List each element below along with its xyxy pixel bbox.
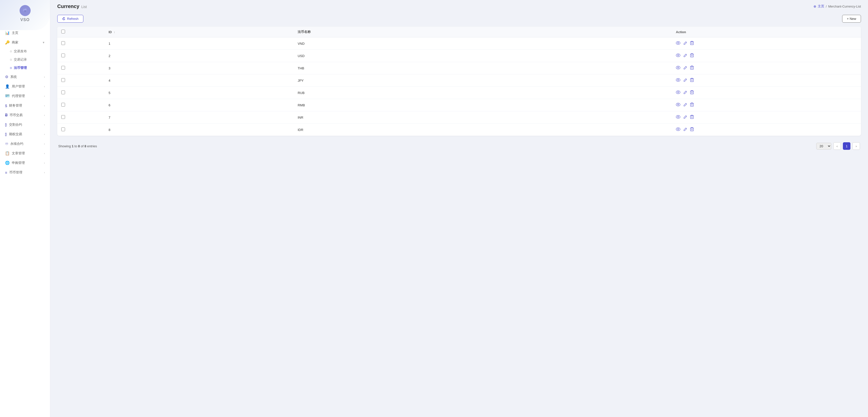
sidebar-item-finance-manage[interactable]: $ 财务管理 ‹ [0, 101, 50, 110]
delete-icon[interactable] [690, 41, 694, 46]
chevron-right-icon: ‹ [44, 142, 45, 145]
agent-icon: 🪪 [5, 94, 10, 98]
row-checkbox[interactable] [61, 127, 65, 131]
row-check-cell [57, 87, 104, 99]
sidebar-item-user-manage[interactable]: 👤 用户管理 ‹ [0, 82, 50, 91]
sidebar-item-currency-manage[interactable]: 法币管理 [0, 64, 50, 72]
edit-icon[interactable] [683, 127, 687, 132]
breadcrumb-home[interactable]: 主页 [818, 4, 824, 8]
action-icons [676, 115, 857, 120]
row-check-cell [57, 111, 104, 124]
sidebar-item-home[interactable]: 📊 主页 [0, 28, 50, 38]
row-checkbox[interactable] [61, 115, 65, 119]
view-icon[interactable] [676, 66, 680, 70]
sidebar-item-coin-trade[interactable]: Ƀ 币币交易 ‹ [0, 110, 50, 120]
action-icons [676, 66, 857, 71]
svg-rect-6 [690, 42, 693, 45]
sidebar-item-subscribe-manage[interactable]: 🌐 申购管理 ‹ [0, 158, 50, 168]
column-action: Action [672, 27, 861, 37]
chevron-right-icon: ‹ [44, 76, 45, 79]
table-row: 5 RUB [57, 87, 861, 99]
row-checkbox[interactable] [61, 41, 65, 45]
table-row: 7 INR [57, 111, 861, 124]
delete-icon[interactable] [690, 115, 694, 120]
delete-icon[interactable] [690, 78, 694, 83]
svg-point-10 [676, 66, 680, 69]
row-checkbox[interactable] [61, 103, 65, 107]
edit-icon[interactable] [683, 78, 687, 83]
next-page-button[interactable]: › [852, 142, 860, 150]
article-icon: 📋 [5, 151, 10, 156]
currency-table: ID ↑ 法币名称 Action 1 V [57, 27, 861, 136]
row-check-cell [57, 99, 104, 111]
sidebar-item-trade-record[interactable]: 交易记录 [0, 56, 50, 64]
menu-icon: ≡ [5, 171, 7, 175]
edit-icon[interactable] [683, 66, 687, 71]
showing-info: Showing 1 to 8 of 8 entries [58, 144, 97, 148]
delete-icon[interactable] [690, 102, 694, 108]
sidebar-item-agent-manage[interactable]: 🪪 代理管理 ‹ [0, 91, 50, 101]
sidebar-item-currency-manage2[interactable]: ≡ 币币管理 ‹ [0, 168, 50, 177]
table-row: 3 THB [57, 62, 861, 75]
row-checkbox[interactable] [61, 90, 65, 94]
table-row: 4 JPY [57, 75, 861, 87]
row-action-cell [672, 99, 861, 111]
sidebar-item-trade-publish[interactable]: 交易发布 [0, 47, 50, 56]
edit-icon[interactable] [683, 115, 687, 120]
delete-icon[interactable] [690, 66, 694, 71]
sidebar-item-merchant[interactable]: 🔑 商家 ▼ [0, 38, 50, 47]
edit-icon[interactable] [683, 103, 687, 108]
dot-active-icon [10, 67, 12, 69]
row-id-cell: 7 [104, 111, 293, 124]
page-size-select[interactable]: 20 50 100 [816, 143, 831, 150]
view-icon[interactable] [676, 103, 680, 107]
svg-point-13 [676, 79, 680, 82]
sidebar-item-system[interactable]: ⚙ 系统 ‹ [0, 72, 50, 82]
sidebar-item-article-manage[interactable]: 📋 文章管理 ‹ [0, 149, 50, 158]
sort-icon[interactable]: ↑ [114, 31, 115, 34]
view-icon[interactable] [676, 115, 680, 120]
edit-icon[interactable] [683, 54, 687, 58]
row-name-cell: THB [293, 62, 672, 75]
row-check-cell [57, 37, 104, 50]
sidebar-item-article-manage-label: 文章管理 [12, 151, 25, 156]
showing-from: 1 [71, 144, 73, 148]
page-subtitle: List [82, 5, 87, 9]
select-all-checkbox[interactable] [61, 30, 65, 33]
refresh-button[interactable]: Refresh [57, 15, 83, 23]
prev-page-button[interactable]: ‹ [833, 142, 841, 150]
home-breadcrumb-icon: ⊕ [813, 4, 816, 8]
row-name-cell: RMB [293, 99, 672, 111]
row-action-cell [672, 111, 861, 124]
view-icon[interactable] [676, 54, 680, 58]
svg-point-7 [676, 54, 680, 57]
sidebar-item-finance-manage-label: 财务管理 [9, 103, 22, 108]
delete-icon[interactable] [690, 53, 694, 58]
svg-rect-27 [690, 128, 693, 131]
main-area: Currency List ⊕ 主页 / Merchant-Currency-L… [50, 0, 868, 417]
row-checkbox[interactable] [61, 66, 65, 70]
chevron-right-icon: ‹ [44, 104, 45, 107]
new-label: + New [847, 17, 856, 21]
action-icons [676, 41, 857, 46]
edit-icon[interactable] [683, 41, 687, 46]
row-checkbox[interactable] [61, 54, 65, 57]
edit-icon[interactable] [683, 90, 687, 95]
sidebar-item-contract-split[interactable]: ₿ 交割合约 ‹ [0, 120, 50, 129]
delete-icon[interactable] [690, 90, 694, 95]
sidebar-item-options-trade[interactable]: ₿ 期权交易 ‹ [0, 129, 50, 139]
row-checkbox[interactable] [61, 78, 65, 82]
view-icon[interactable] [676, 41, 680, 46]
sidebar-item-perpetual[interactable]: ♾ 永续合约 ‹ [0, 139, 50, 149]
table-row: 1 VND [57, 37, 861, 50]
new-button[interactable]: + New [842, 15, 861, 23]
delete-icon[interactable] [690, 127, 694, 132]
svg-point-22 [676, 115, 680, 118]
view-icon[interactable] [676, 78, 680, 83]
svg-point-26 [678, 129, 679, 130]
view-icon[interactable] [676, 127, 680, 132]
row-id-cell: 3 [104, 62, 293, 75]
row-id-cell: 4 [104, 75, 293, 87]
view-icon[interactable] [676, 90, 680, 95]
page-1-button[interactable]: 1 [843, 142, 850, 150]
